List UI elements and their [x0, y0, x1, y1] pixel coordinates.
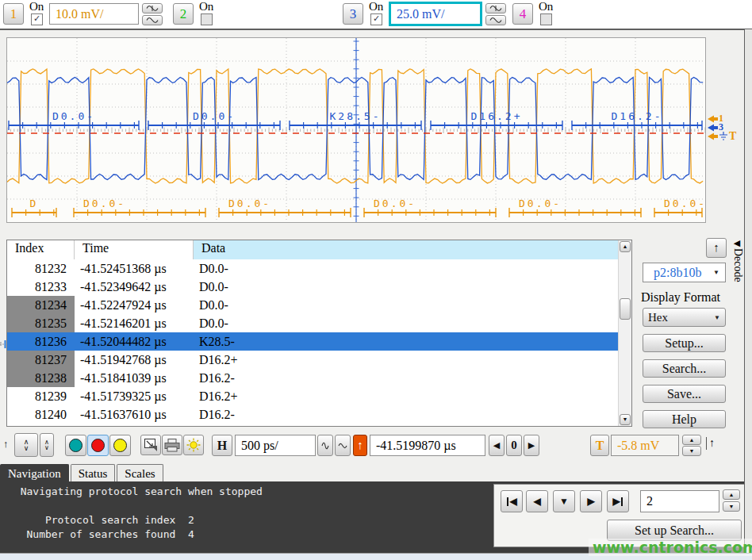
run-button[interactable] — [65, 435, 86, 456]
trigger-level-field[interactable]: -5.8 mV — [611, 435, 679, 456]
channel-4-on-checkbox[interactable] — [540, 13, 552, 25]
vertical-scale-stepper[interactable]: ∧ ∨ — [14, 433, 38, 457]
trigger-level-down-button[interactable]: ▼ — [682, 446, 701, 456]
column-header-time[interactable]: Time — [75, 240, 194, 259]
channel-1-on-checkbox[interactable]: ✓ — [31, 13, 43, 25]
timebase-coarse-button[interactable] — [335, 435, 351, 456]
cell-time[interactable]: -41.51942768 µs — [75, 353, 194, 367]
table-row[interactable]: 81239-41.51739325 µsD16.2+ — [7, 387, 619, 405]
last-result-button[interactable]: ▶ — [607, 490, 629, 512]
cell-index[interactable]: 81232 — [7, 259, 75, 278]
tab-scales[interactable]: Scales — [117, 464, 163, 482]
cell-time[interactable]: -41.51739325 µs — [75, 389, 194, 404]
timebase-scale-field[interactable]: 500 ps/ — [235, 435, 316, 456]
scale-fine-button[interactable] — [485, 3, 506, 13]
cell-data[interactable]: D16.2- — [194, 408, 619, 422]
channel-1-scale-field[interactable]: 10.0 mV/ — [49, 3, 139, 25]
stop-button[interactable] — [87, 435, 109, 456]
zero-position-button[interactable]: 0 — [506, 435, 522, 456]
single-button[interactable] — [109, 435, 131, 456]
cell-data[interactable]: D0.0- — [194, 316, 619, 331]
setup-button[interactable]: Setup... — [643, 334, 726, 352]
channel-3-level-marker[interactable]: 3 — [708, 123, 723, 132]
display-settings-button[interactable] — [183, 435, 204, 455]
cell-data[interactable]: D0.0- — [194, 280, 619, 294]
cell-time[interactable]: -41.52247924 µs — [75, 298, 194, 313]
cell-index[interactable]: 81236 — [7, 332, 75, 351]
first-result-button[interactable]: ◀ — [501, 490, 523, 512]
cell-index[interactable]: 81234 — [7, 296, 75, 314]
table-row[interactable]: 81238-41.51841039 µsD16.2- — [7, 369, 619, 387]
cell-data[interactable]: D16.2+ — [194, 353, 619, 367]
column-header-data[interactable]: Data — [194, 240, 619, 259]
cell-data[interactable]: D16.2+ — [194, 389, 619, 404]
cell-time[interactable]: -41.52349642 µs — [75, 280, 194, 294]
column-header-index[interactable]: Index — [7, 240, 75, 259]
table-row[interactable]: 81236-41.52044482 µsK28.5- — [7, 332, 619, 351]
cell-index[interactable]: 81235 — [7, 314, 75, 332]
timebase-fine-button[interactable] — [317, 435, 333, 456]
cell-index[interactable]: 81239 — [7, 387, 75, 405]
cell-index[interactable]: 81237 — [7, 351, 75, 369]
display-format-dropdown[interactable]: Hex ▼ — [643, 308, 726, 327]
table-row[interactable]: 81235-41.52146201 µsD0.0- — [7, 314, 619, 332]
previous-result-button[interactable]: ◀ — [526, 490, 548, 512]
cell-time[interactable]: -41.52146201 µs — [75, 316, 194, 331]
pan-left-button[interactable]: ◀ — [489, 435, 505, 456]
channel-1-button[interactable]: 1 — [3, 3, 24, 25]
trigger-level-marker[interactable]: T — [708, 132, 736, 140]
channel-2-on-checkbox[interactable] — [201, 13, 213, 25]
set-up-search-button[interactable]: Set up Search... — [607, 520, 742, 541]
table-row[interactable]: 81237-41.51942768 µsD16.2+ — [7, 351, 619, 369]
vertical-offset-stepper[interactable]: ∧ ∨ — [40, 433, 54, 457]
table-row[interactable]: 81232-41.52451368 µsD0.0- — [7, 259, 619, 278]
zoom-mode-button[interactable] — [140, 435, 161, 455]
cell-data[interactable]: D0.0- — [194, 262, 619, 276]
search-index-up-button[interactable]: ▲ — [723, 489, 740, 500]
horizontal-position-field[interactable]: -41.5199870 µs — [370, 435, 485, 456]
search-index-down-button[interactable]: ▼ — [723, 501, 740, 512]
scale-fine-button[interactable] — [142, 3, 163, 13]
decode-side-tab[interactable]: ◀ Decode — [730, 238, 744, 309]
cell-data[interactable]: D0.0- — [194, 298, 619, 313]
table-row[interactable]: 81240-41.51637610 µsD16.2- — [7, 405, 619, 424]
cell-index[interactable]: 81238 — [7, 369, 75, 387]
pan-right-button[interactable]: ▶ — [524, 435, 539, 456]
search-index-field[interactable]: 2 — [640, 490, 719, 512]
tab-navigation[interactable]: Navigation — [0, 464, 69, 482]
channel-3-on-checkbox[interactable]: ✓ — [370, 13, 382, 25]
next-result-button[interactable]: ▶ — [580, 490, 602, 512]
channel-4-button[interactable]: 4 — [512, 3, 533, 25]
table-scrollbar[interactable]: ▲ ▼ — [618, 240, 631, 426]
print-button[interactable] — [162, 435, 182, 455]
cell-time[interactable]: -41.51637610 µs — [75, 408, 194, 422]
trigger-level-up-button[interactable]: ▲ — [682, 435, 701, 445]
channel-2-button[interactable]: 2 — [173, 3, 194, 25]
decode-bus-selector[interactable]: p2:8b10b ▼ — [643, 263, 726, 282]
sine-button[interactable] — [142, 15, 163, 25]
help-button[interactable]: Help — [643, 410, 726, 428]
cell-data[interactable]: D16.2- — [194, 371, 619, 385]
channel-3-button[interactable]: 3 — [343, 3, 363, 25]
scroll-up-button[interactable]: ▲ — [620, 241, 631, 252]
waveform-plot[interactable]: D0.0-D0.0-K28.5-D16.2+D16.2-DD0.0-D0.0-D… — [6, 37, 706, 223]
trigger-button[interactable]: T — [590, 435, 609, 456]
save-button[interactable]: Save... — [643, 385, 726, 403]
table-row[interactable]: 81233-41.52349642 µsD0.0- — [7, 278, 619, 296]
table-row[interactable]: 81234-41.52247924 µsD0.0- — [7, 296, 619, 314]
current-result-button[interactable]: ▼ — [553, 490, 575, 512]
channel-3-scale-field[interactable]: 25.0 mV/ — [389, 2, 482, 26]
cell-data[interactable]: K28.5- — [194, 335, 619, 349]
cell-index[interactable]: 81233 — [7, 278, 75, 296]
scroll-thumb[interactable] — [620, 298, 631, 320]
search-button[interactable]: Search... — [643, 359, 726, 378]
cell-index[interactable]: 81240 — [7, 405, 75, 424]
scroll-down-button[interactable]: ▼ — [620, 414, 631, 425]
cell-time[interactable]: -41.51841039 µs — [75, 371, 194, 385]
tab-status[interactable]: Status — [71, 464, 116, 482]
panel-collapse-button[interactable]: ↑ — [706, 238, 727, 258]
cell-time[interactable]: -41.52044482 µs — [75, 335, 194, 349]
horizontal-button[interactable]: H — [212, 435, 232, 456]
trigger-position-button[interactable]: ↑ — [353, 435, 367, 456]
cell-time[interactable]: -41.52451368 µs — [75, 262, 194, 276]
